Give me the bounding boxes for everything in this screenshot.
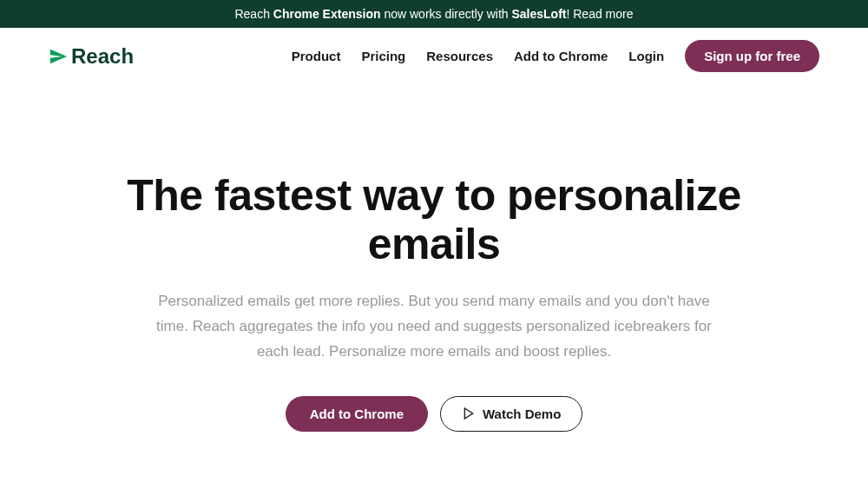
hero-actions: Add to Chrome Watch Demo xyxy=(87,396,781,432)
logo[interactable]: Reach xyxy=(49,44,134,69)
nav-resources[interactable]: Resources xyxy=(426,49,493,63)
svg-marker-0 xyxy=(464,408,472,419)
play-icon xyxy=(462,406,476,420)
signup-button[interactable]: Sign up for free xyxy=(685,40,819,72)
paper-plane-icon xyxy=(49,47,68,66)
logo-text: Reach xyxy=(71,44,134,69)
nav-login[interactable]: Login xyxy=(628,49,664,63)
watch-demo-button[interactable]: Watch Demo xyxy=(440,396,582,432)
main-nav: Reach Product Pricing Resources Add to C… xyxy=(0,28,868,84)
nav-links: Product Pricing Resources Add to Chrome … xyxy=(292,40,819,72)
nav-pricing[interactable]: Pricing xyxy=(361,49,405,63)
add-to-chrome-button[interactable]: Add to Chrome xyxy=(286,396,428,432)
nav-add-to-chrome[interactable]: Add to Chrome xyxy=(514,49,608,63)
hero-subtitle: Personalized emails get more replies. Bu… xyxy=(156,289,712,365)
announcement-text: Reach Chrome Extension now works directl… xyxy=(234,7,633,21)
hero-section: The fastest way to personalize emails Pe… xyxy=(52,84,816,466)
hero-title: The fastest way to personalize emails xyxy=(87,171,781,268)
announcement-bar[interactable]: Reach Chrome Extension now works directl… xyxy=(0,0,868,28)
watch-demo-label: Watch Demo xyxy=(483,406,561,421)
nav-product[interactable]: Product xyxy=(292,49,341,63)
